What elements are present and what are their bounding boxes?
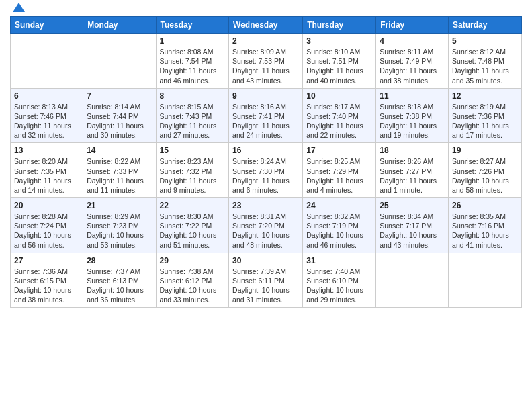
day-number: 10 [306, 91, 372, 101]
calendar-header-tuesday: Tuesday [156, 17, 229, 34]
day-number: 15 [160, 146, 226, 155]
calendar-cell: 21Sunrise: 8:29 AM Sunset: 7:23 PM Dayli… [83, 198, 156, 253]
calendar-header-saturday: Saturday [449, 17, 522, 34]
day-number: 11 [380, 91, 445, 101]
calendar-cell: 11Sunrise: 8:18 AM Sunset: 7:38 PM Dayli… [376, 88, 449, 143]
calendar-cell [11, 34, 83, 89]
calendar-cell: 9Sunrise: 8:16 AM Sunset: 7:41 PM Daylig… [229, 88, 303, 143]
day-info: Sunrise: 8:25 AM Sunset: 7:29 PM Dayligh… [306, 156, 372, 195]
calendar-cell: 8Sunrise: 8:15 AM Sunset: 7:43 PM Daylig… [156, 88, 229, 143]
calendar-cell: 4Sunrise: 8:11 AM Sunset: 7:49 PM Daylig… [376, 34, 449, 89]
day-info: Sunrise: 7:40 AM Sunset: 6:10 PM Dayligh… [306, 267, 372, 305]
day-info: Sunrise: 8:30 AM Sunset: 7:22 PM Dayligh… [160, 212, 226, 250]
day-info: Sunrise: 8:10 AM Sunset: 7:51 PM Dayligh… [306, 47, 372, 85]
day-info: Sunrise: 8:18 AM Sunset: 7:38 PM Dayligh… [380, 102, 445, 140]
calendar-cell: 6Sunrise: 8:13 AM Sunset: 7:46 PM Daylig… [11, 88, 83, 143]
day-info: Sunrise: 8:12 AM Sunset: 7:48 PM Dayligh… [452, 47, 518, 85]
day-number: 27 [14, 256, 79, 265]
calendar-cell: 15Sunrise: 8:23 AM Sunset: 7:32 PM Dayli… [156, 143, 229, 198]
calendar-cell [376, 253, 449, 308]
day-info: Sunrise: 8:28 AM Sunset: 7:24 PM Dayligh… [14, 212, 79, 250]
day-info: Sunrise: 8:27 AM Sunset: 7:26 PM Dayligh… [452, 156, 518, 195]
day-info: Sunrise: 8:13 AM Sunset: 7:46 PM Dayligh… [14, 102, 79, 140]
day-info: Sunrise: 8:20 AM Sunset: 7:35 PM Dayligh… [14, 156, 79, 195]
day-info: Sunrise: 8:08 AM Sunset: 7:54 PM Dayligh… [160, 47, 226, 85]
day-info: Sunrise: 8:11 AM Sunset: 7:49 PM Dayligh… [380, 47, 445, 85]
calendar-cell: 5Sunrise: 8:12 AM Sunset: 7:48 PM Daylig… [449, 34, 522, 89]
day-number: 22 [160, 201, 226, 210]
day-number: 31 [306, 256, 372, 265]
day-number: 26 [452, 201, 518, 210]
calendar-header-wednesday: Wednesday [229, 17, 303, 34]
calendar-cell: 1Sunrise: 8:08 AM Sunset: 7:54 PM Daylig… [156, 34, 229, 89]
calendar-week-row: 13Sunrise: 8:20 AM Sunset: 7:35 PM Dayli… [11, 143, 522, 198]
calendar-cell: 26Sunrise: 8:35 AM Sunset: 7:16 PM Dayli… [449, 198, 522, 253]
calendar-cell: 2Sunrise: 8:09 AM Sunset: 7:53 PM Daylig… [229, 34, 303, 89]
calendar-header-monday: Monday [83, 17, 156, 34]
day-number: 29 [160, 256, 226, 265]
day-number: 24 [306, 201, 372, 210]
day-info: Sunrise: 8:15 AM Sunset: 7:43 PM Dayligh… [160, 102, 226, 140]
day-info: Sunrise: 8:23 AM Sunset: 7:32 PM Dayligh… [160, 156, 226, 195]
calendar-cell: 23Sunrise: 8:31 AM Sunset: 7:20 PM Dayli… [229, 198, 303, 253]
day-info: Sunrise: 7:39 AM Sunset: 6:11 PM Dayligh… [232, 267, 299, 305]
calendar-week-row: 20Sunrise: 8:28 AM Sunset: 7:24 PM Dayli… [11, 198, 522, 253]
calendar-cell: 13Sunrise: 8:20 AM Sunset: 7:35 PM Dayli… [11, 143, 83, 198]
calendar-header-friday: Friday [376, 17, 449, 34]
logo-icon [11, 0, 26, 15]
day-info: Sunrise: 8:26 AM Sunset: 7:27 PM Dayligh… [380, 156, 445, 195]
day-info: Sunrise: 8:34 AM Sunset: 7:17 PM Dayligh… [380, 212, 445, 250]
calendar-cell: 30Sunrise: 7:39 AM Sunset: 6:11 PM Dayli… [229, 253, 303, 308]
calendar-header-row: SundayMondayTuesdayWednesdayThursdayFrid… [11, 17, 522, 34]
day-info: Sunrise: 7:36 AM Sunset: 6:15 PM Dayligh… [14, 267, 79, 305]
day-number: 25 [380, 201, 445, 210]
calendar-cell: 27Sunrise: 7:36 AM Sunset: 6:15 PM Dayli… [11, 253, 83, 308]
day-number: 30 [232, 256, 299, 265]
day-number: 13 [14, 146, 79, 155]
day-number: 2 [232, 36, 299, 46]
day-number: 17 [306, 146, 372, 155]
calendar-cell: 28Sunrise: 7:37 AM Sunset: 6:13 PM Dayli… [83, 253, 156, 308]
calendar-cell [449, 253, 522, 308]
calendar-cell: 24Sunrise: 8:32 AM Sunset: 7:19 PM Dayli… [303, 198, 376, 253]
day-number: 1 [160, 36, 226, 46]
calendar: SundayMondayTuesdayWednesdayThursdayFrid… [10, 16, 522, 308]
calendar-cell: 20Sunrise: 8:28 AM Sunset: 7:24 PM Dayli… [11, 198, 83, 253]
day-info: Sunrise: 8:14 AM Sunset: 7:44 PM Dayligh… [87, 102, 152, 140]
calendar-header-thursday: Thursday [303, 17, 376, 34]
calendar-cell: 22Sunrise: 8:30 AM Sunset: 7:22 PM Dayli… [156, 198, 229, 253]
day-number: 9 [232, 91, 299, 101]
day-number: 23 [232, 201, 299, 210]
day-number: 4 [380, 36, 445, 46]
day-number: 21 [87, 201, 152, 210]
calendar-cell: 12Sunrise: 8:19 AM Sunset: 7:36 PM Dayli… [449, 88, 522, 143]
day-number: 5 [452, 36, 518, 46]
day-number: 20 [14, 201, 79, 210]
calendar-cell: 7Sunrise: 8:14 AM Sunset: 7:44 PM Daylig… [83, 88, 156, 143]
calendar-week-row: 6Sunrise: 8:13 AM Sunset: 7:46 PM Daylig… [11, 88, 522, 143]
calendar-cell [83, 34, 156, 89]
day-number: 16 [232, 146, 299, 155]
calendar-cell: 29Sunrise: 7:38 AM Sunset: 6:12 PM Dayli… [156, 253, 229, 308]
calendar-week-row: 1Sunrise: 8:08 AM Sunset: 7:54 PM Daylig… [11, 34, 522, 89]
day-number: 14 [87, 146, 152, 155]
calendar-week-row: 27Sunrise: 7:36 AM Sunset: 6:15 PM Dayli… [11, 253, 522, 308]
day-info: Sunrise: 8:17 AM Sunset: 7:40 PM Dayligh… [306, 102, 372, 140]
day-info: Sunrise: 8:35 AM Sunset: 7:16 PM Dayligh… [452, 212, 518, 250]
day-info: Sunrise: 7:38 AM Sunset: 6:12 PM Dayligh… [160, 267, 226, 305]
calendar-cell: 14Sunrise: 8:22 AM Sunset: 7:33 PM Dayli… [83, 143, 156, 198]
calendar-cell: 19Sunrise: 8:27 AM Sunset: 7:26 PM Dayli… [449, 143, 522, 198]
calendar-cell: 16Sunrise: 8:24 AM Sunset: 7:30 PM Dayli… [229, 143, 303, 198]
day-number: 6 [14, 91, 79, 101]
header [10, 7, 522, 12]
calendar-cell: 25Sunrise: 8:34 AM Sunset: 7:17 PM Dayli… [376, 198, 449, 253]
day-number: 12 [452, 91, 518, 101]
calendar-cell: 17Sunrise: 8:25 AM Sunset: 7:29 PM Dayli… [303, 143, 376, 198]
day-number: 28 [87, 256, 152, 265]
day-number: 8 [160, 91, 226, 101]
day-number: 18 [380, 146, 445, 155]
calendar-cell: 31Sunrise: 7:40 AM Sunset: 6:10 PM Dayli… [303, 253, 376, 308]
calendar-cell: 18Sunrise: 8:26 AM Sunset: 7:27 PM Dayli… [376, 143, 449, 198]
calendar-cell: 3Sunrise: 8:10 AM Sunset: 7:51 PM Daylig… [303, 34, 376, 89]
day-info: Sunrise: 8:22 AM Sunset: 7:33 PM Dayligh… [87, 156, 152, 195]
